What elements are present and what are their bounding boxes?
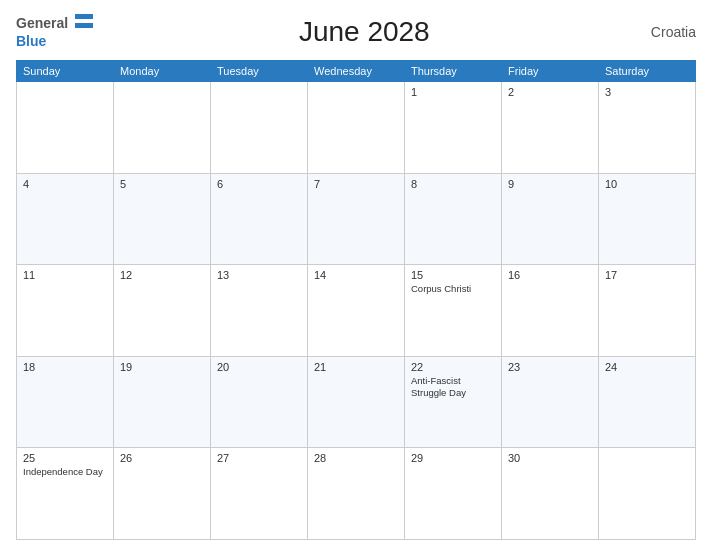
header-wednesday: Wednesday — [308, 61, 405, 82]
logo: General Blue — [16, 14, 93, 50]
day-number: 12 — [120, 269, 204, 281]
header-monday: Monday — [114, 61, 211, 82]
calendar-week-row: 25Independence Day2627282930 — [17, 448, 696, 540]
day-number: 27 — [217, 452, 301, 464]
day-number: 25 — [23, 452, 107, 464]
calendar-cell: 21 — [308, 356, 405, 448]
logo-general-text: General — [16, 15, 68, 31]
day-number: 4 — [23, 178, 107, 190]
day-number: 26 — [120, 452, 204, 464]
day-number: 14 — [314, 269, 398, 281]
logo-flag-icon — [75, 14, 93, 28]
holiday-label: Anti-Fascist Struggle Day — [411, 375, 495, 400]
day-number: 19 — [120, 361, 204, 373]
day-number: 3 — [605, 86, 689, 98]
calendar-cell: 7 — [308, 173, 405, 265]
calendar-cell: 26 — [114, 448, 211, 540]
svg-rect-2 — [75, 23, 93, 28]
svg-rect-1 — [75, 19, 93, 23]
holiday-label: Corpus Christi — [411, 283, 495, 295]
calendar-cell: 3 — [599, 82, 696, 174]
calendar-table: Sunday Monday Tuesday Wednesday Thursday… — [16, 60, 696, 540]
header: General Blue June 2028 Croatia — [16, 14, 696, 50]
header-sunday: Sunday — [17, 61, 114, 82]
calendar-cell: 28 — [308, 448, 405, 540]
calendar-cell: 1 — [405, 82, 502, 174]
calendar-week-row: 1112131415Corpus Christi1617 — [17, 265, 696, 357]
day-number: 13 — [217, 269, 301, 281]
day-number: 22 — [411, 361, 495, 373]
calendar-cell — [211, 82, 308, 174]
calendar-cell: 14 — [308, 265, 405, 357]
day-number: 23 — [508, 361, 592, 373]
header-tuesday: Tuesday — [211, 61, 308, 82]
calendar-cell — [599, 448, 696, 540]
header-friday: Friday — [502, 61, 599, 82]
calendar-cell — [114, 82, 211, 174]
day-number: 20 — [217, 361, 301, 373]
day-number: 11 — [23, 269, 107, 281]
calendar-cell: 5 — [114, 173, 211, 265]
day-number: 24 — [605, 361, 689, 373]
calendar-cell: 27 — [211, 448, 308, 540]
day-number: 30 — [508, 452, 592, 464]
calendar-cell: 8 — [405, 173, 502, 265]
calendar-cell: 10 — [599, 173, 696, 265]
calendar-week-row: 1819202122Anti-Fascist Struggle Day2324 — [17, 356, 696, 448]
calendar-title: June 2028 — [93, 16, 636, 48]
day-number: 9 — [508, 178, 592, 190]
header-saturday: Saturday — [599, 61, 696, 82]
calendar-cell: 20 — [211, 356, 308, 448]
calendar-week-row: 123 — [17, 82, 696, 174]
calendar-cell: 16 — [502, 265, 599, 357]
calendar-cell: 22Anti-Fascist Struggle Day — [405, 356, 502, 448]
country-label: Croatia — [636, 24, 696, 40]
calendar-week-row: 45678910 — [17, 173, 696, 265]
calendar-cell: 2 — [502, 82, 599, 174]
day-number: 29 — [411, 452, 495, 464]
day-number: 28 — [314, 452, 398, 464]
calendar-cell: 29 — [405, 448, 502, 540]
day-number: 1 — [411, 86, 495, 98]
calendar-cell: 4 — [17, 173, 114, 265]
day-number: 2 — [508, 86, 592, 98]
calendar-cell — [308, 82, 405, 174]
calendar-cell: 15Corpus Christi — [405, 265, 502, 357]
calendar-cell: 18 — [17, 356, 114, 448]
calendar-cell: 24 — [599, 356, 696, 448]
page: General Blue June 2028 Croatia Sunday — [0, 0, 712, 550]
calendar-cell: 13 — [211, 265, 308, 357]
header-thursday: Thursday — [405, 61, 502, 82]
day-number: 8 — [411, 178, 495, 190]
holiday-label: Independence Day — [23, 466, 107, 478]
day-number: 16 — [508, 269, 592, 281]
calendar-cell: 9 — [502, 173, 599, 265]
calendar-cell: 23 — [502, 356, 599, 448]
weekday-header-row: Sunday Monday Tuesday Wednesday Thursday… — [17, 61, 696, 82]
calendar-cell: 17 — [599, 265, 696, 357]
day-number: 15 — [411, 269, 495, 281]
day-number: 6 — [217, 178, 301, 190]
calendar-cell: 30 — [502, 448, 599, 540]
day-number: 17 — [605, 269, 689, 281]
day-number: 21 — [314, 361, 398, 373]
day-number: 10 — [605, 178, 689, 190]
day-number: 5 — [120, 178, 204, 190]
calendar-cell: 12 — [114, 265, 211, 357]
logo-blue-text: Blue — [16, 33, 46, 49]
calendar-cell: 6 — [211, 173, 308, 265]
day-number: 7 — [314, 178, 398, 190]
day-number: 18 — [23, 361, 107, 373]
calendar-cell — [17, 82, 114, 174]
svg-rect-0 — [75, 14, 93, 19]
calendar-cell: 19 — [114, 356, 211, 448]
calendar-cell: 11 — [17, 265, 114, 357]
calendar-cell: 25Independence Day — [17, 448, 114, 540]
